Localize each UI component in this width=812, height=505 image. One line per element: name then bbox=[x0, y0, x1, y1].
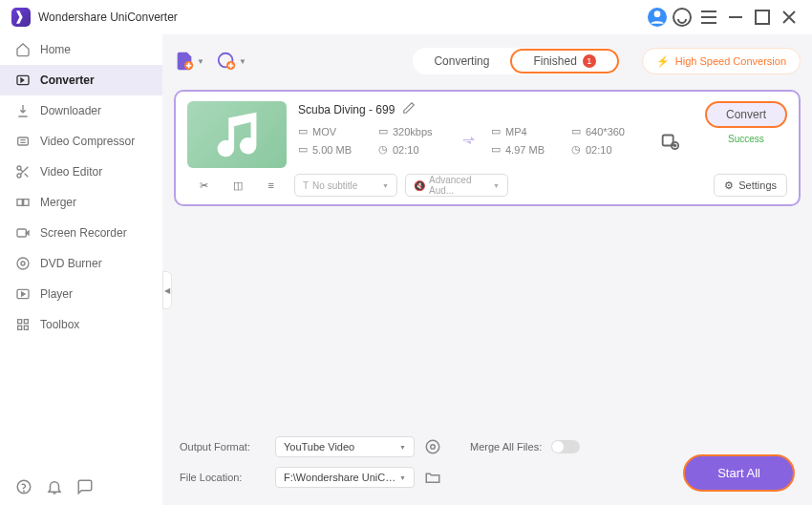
tab-converting[interactable]: Converting bbox=[413, 49, 510, 74]
clock-icon: ◷ bbox=[571, 143, 581, 156]
minimize-button[interactable] bbox=[724, 6, 747, 29]
support-icon[interactable] bbox=[671, 6, 694, 29]
feedback-icon[interactable] bbox=[76, 478, 94, 495]
subtitle-select[interactable]: T No subtitle ▼ bbox=[294, 174, 397, 197]
sidebar-item-toolbox[interactable]: Toolbox bbox=[0, 309, 162, 340]
chevron-down-icon: ▼ bbox=[399, 474, 406, 481]
chevron-down-icon: ▼ bbox=[399, 444, 406, 451]
svg-rect-13 bbox=[18, 320, 22, 324]
svg-point-5 bbox=[17, 166, 21, 170]
settings-button[interactable]: ⚙ Settings bbox=[714, 174, 787, 197]
cut-icon[interactable]: ✂ bbox=[200, 179, 208, 192]
sidebar-item-player[interactable]: Player bbox=[0, 279, 162, 309]
sidebar-item-home[interactable]: Home bbox=[0, 34, 162, 65]
crop-icon[interactable]: ◫ bbox=[233, 179, 243, 192]
disc-icon bbox=[15, 256, 31, 271]
sidebar-item-dvd[interactable]: DVD Burner bbox=[0, 248, 162, 279]
audio-select[interactable]: 🔇 Advanced Aud... ▼ bbox=[405, 174, 508, 197]
merge-toggle[interactable] bbox=[551, 440, 580, 453]
src-size: 5.00 MB bbox=[312, 144, 352, 156]
thumbnail[interactable] bbox=[187, 101, 287, 168]
sidebar-item-label: Video Editor bbox=[40, 165, 102, 179]
high-speed-toggle[interactable]: ⚡ High Speed Conversion bbox=[642, 48, 801, 74]
svg-rect-7 bbox=[17, 200, 22, 206]
recorder-icon bbox=[15, 225, 31, 241]
sidebar-item-label: DVD Burner bbox=[40, 257, 102, 270]
sidebar-item-editor[interactable]: Video Editor bbox=[0, 157, 162, 187]
download-icon bbox=[15, 103, 31, 118]
output-format-select[interactable]: YouTube Video ▼ bbox=[275, 436, 415, 457]
maximize-button[interactable] bbox=[751, 6, 774, 29]
arrow-right-icon bbox=[459, 129, 481, 152]
user-avatar[interactable] bbox=[648, 8, 667, 27]
titlebar: Wondershare UniConverter bbox=[0, 0, 812, 34]
merge-label: Merge All Files: bbox=[470, 441, 542, 452]
output-format-value: YouTube Video bbox=[284, 441, 354, 452]
svg-point-11 bbox=[21, 262, 25, 265]
list-icon[interactable]: ≡ bbox=[267, 179, 273, 192]
chevron-down-icon: ▼ bbox=[197, 57, 204, 66]
sidebar-item-downloader[interactable]: Downloader bbox=[0, 95, 162, 126]
edit-icon[interactable] bbox=[402, 101, 416, 117]
svg-point-10 bbox=[17, 258, 29, 269]
merger-icon bbox=[15, 195, 31, 210]
svg-point-24 bbox=[426, 440, 439, 453]
folder-icon: ▭ bbox=[491, 143, 501, 156]
bell-icon[interactable] bbox=[46, 478, 63, 495]
sidebar-item-recorder[interactable]: Screen Recorder bbox=[0, 218, 162, 248]
play-icon bbox=[15, 286, 31, 302]
file-card: Scuba Diving - 699 ▭MOV ▭5.00 MB ▭320kbp… bbox=[174, 90, 801, 206]
tab-label: Finished bbox=[533, 54, 576, 68]
add-file-button[interactable]: ▼ bbox=[174, 51, 204, 72]
sidebar-item-label: Home bbox=[40, 43, 71, 56]
folder-icon: ▭ bbox=[298, 143, 308, 156]
tab-label: Converting bbox=[434, 54, 489, 68]
file-location-value: F:\Wondershare UniConverter bbox=[284, 472, 399, 483]
film-icon: ▭ bbox=[491, 125, 501, 137]
compressor-icon bbox=[15, 134, 31, 149]
svg-point-18 bbox=[24, 491, 25, 492]
gear-icon: ⚙ bbox=[724, 179, 734, 192]
svg-point-6 bbox=[17, 174, 21, 178]
toolbar: ▼ ▼ Converting Finished 1 ⚡ High Speed C… bbox=[174, 42, 801, 80]
sidebar-item-label: Video Compressor bbox=[40, 135, 135, 148]
preview-icon[interactable] bbox=[424, 438, 441, 455]
tab-finished[interactable]: Finished 1 bbox=[510, 49, 618, 74]
file-location-select[interactable]: F:\Wondershare UniConverter ▼ bbox=[275, 467, 415, 488]
bitrate-icon: ▭ bbox=[378, 125, 388, 137]
close-button[interactable] bbox=[778, 6, 801, 29]
bolt-icon: ⚡ bbox=[656, 55, 670, 68]
output-format-label: Output Format: bbox=[180, 441, 266, 452]
chevron-down-icon: ▼ bbox=[493, 182, 500, 189]
add-url-button[interactable]: ▼ bbox=[216, 51, 246, 72]
open-folder-icon[interactable] bbox=[424, 469, 441, 486]
status-text: Success bbox=[728, 134, 764, 144]
content-area: ▼ ▼ Converting Finished 1 ⚡ High Speed C… bbox=[162, 34, 812, 505]
chevron-down-icon: ▼ bbox=[382, 182, 389, 189]
dst-format: MP4 bbox=[505, 126, 527, 137]
svg-rect-15 bbox=[18, 326, 22, 329]
help-icon[interactable] bbox=[15, 478, 32, 495]
sidebar-item-compressor[interactable]: Video Compressor bbox=[0, 126, 162, 157]
start-all-button[interactable]: Start All bbox=[683, 454, 795, 492]
svg-rect-16 bbox=[24, 326, 28, 329]
sidebar-item-label: Downloader bbox=[40, 104, 101, 117]
settings-label: Settings bbox=[738, 179, 777, 191]
src-format: MOV bbox=[312, 126, 336, 137]
output-settings-icon[interactable] bbox=[659, 130, 680, 151]
svg-rect-14 bbox=[24, 320, 28, 324]
menu-icon[interactable] bbox=[697, 6, 720, 29]
svg-point-25 bbox=[431, 445, 436, 450]
chevron-down-icon: ▼ bbox=[239, 57, 246, 66]
dst-resolution: 640*360 bbox=[586, 126, 625, 137]
subtitle-icon: T bbox=[303, 180, 309, 191]
subtitle-value: No subtitle bbox=[312, 180, 357, 191]
file-plus-icon bbox=[174, 51, 195, 72]
sidebar-item-merger[interactable]: Merger bbox=[0, 187, 162, 218]
convert-button[interactable]: Convert bbox=[705, 101, 787, 128]
mute-icon: 🔇 bbox=[414, 180, 425, 191]
sidebar-item-converter[interactable]: Converter bbox=[0, 65, 162, 95]
sidebar-item-label: Screen Recorder bbox=[40, 226, 127, 240]
sidebar-item-label: Player bbox=[40, 287, 73, 301]
svg-rect-9 bbox=[17, 229, 26, 237]
